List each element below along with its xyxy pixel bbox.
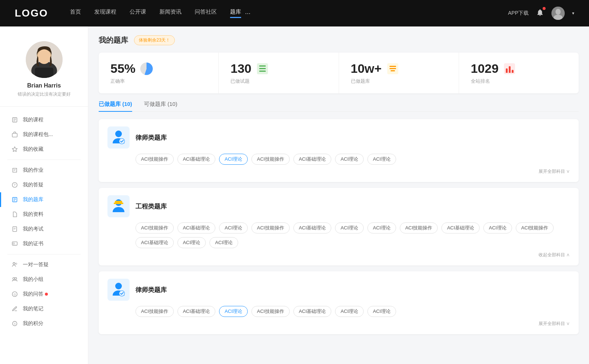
topic-title-lawyer-1: 律师类题库 <box>135 133 167 142</box>
tab-done[interactable]: 已做题库 (10) <box>99 101 132 111</box>
stat-rank-icon <box>503 62 516 75</box>
topic-tag-1-13[interactable]: ACI理论 <box>209 237 238 248</box>
svg-rect-12 <box>12 133 17 137</box>
nav-item-open[interactable]: 公开课 <box>130 8 146 18</box>
topic-tag-1-11[interactable]: ACI基础理论 <box>135 237 174 248</box>
topic-tag-1-6[interactable]: ACI理论 <box>367 222 396 233</box>
stat-accuracy-label: 正确率 <box>110 78 207 85</box>
tab-available[interactable]: 可做题库 (10) <box>144 101 177 111</box>
topic-tag-1-4[interactable]: ACI基础理论 <box>293 222 332 233</box>
sidebar-item-exam[interactable]: 我的考试 <box>0 222 88 236</box>
svg-text:S: S <box>14 322 16 325</box>
svg-text:Q: Q <box>14 293 16 296</box>
topic-tag-1-8[interactable]: ACI基础理论 <box>441 222 480 233</box>
topic-tag-0-3[interactable]: ACI技能操作 <box>251 154 290 165</box>
nav-more[interactable]: ··· <box>245 10 250 17</box>
topic-card-lawyer-2: 律师类题库 ACI技能操作 ACI基础理论 ACI理论 ACI技能操作 ACI基… <box>99 271 579 334</box>
oneone-icon <box>11 261 18 268</box>
topic-title-lawyer-2: 律师类题库 <box>135 286 167 294</box>
nav-item-qa[interactable]: 问答社区 <box>195 8 217 18</box>
svg-point-25 <box>13 243 14 244</box>
sidebar-item-group[interactable]: 我的小组 <box>0 272 88 287</box>
svg-point-6 <box>38 49 51 64</box>
topic-expand-lawyer-2[interactable]: 展开全部科目 ∨ <box>107 321 570 327</box>
user-dropdown-arrow[interactable]: ▾ <box>572 11 574 16</box>
sidebar-divider-1 <box>7 160 81 160</box>
sidebar-profile: Brian Harris 错误的决定比没有决定要好 <box>0 35 88 107</box>
points-icon: S <box>11 320 18 327</box>
sidebar-item-points[interactable]: S 我的积分 <box>0 316 88 331</box>
topic-icon-lawyer-2 <box>107 279 130 301</box>
sidebar-item-cert[interactable]: 我的证书 <box>0 236 88 251</box>
topic-tag-2-1[interactable]: ACI基础理论 <box>177 306 216 317</box>
nav-item-courses[interactable]: 发现课程 <box>94 8 116 18</box>
topic-tag-0-5[interactable]: ACI理论 <box>335 154 364 165</box>
topic-tag-1-0[interactable]: ACI技能操作 <box>135 222 174 233</box>
svg-text:?: ? <box>14 183 15 187</box>
topic-tag-0-1[interactable]: ACI基础理论 <box>177 154 216 165</box>
stat-accuracy-icon <box>140 62 153 75</box>
sidebar-label-course: 我的课程 <box>23 117 43 123</box>
topic-tag-2-6[interactable]: ACI理论 <box>367 306 396 317</box>
notification-bell[interactable] <box>536 8 544 18</box>
stat-accuracy-main: 55% <box>110 61 207 76</box>
cert-icon <box>11 240 18 247</box>
sidebar-item-course[interactable]: 我的课程 <box>0 113 88 127</box>
topic-tag-1-7[interactable]: ACI技能操作 <box>400 222 438 233</box>
bank-icon <box>11 196 18 203</box>
nav-list: 首页 发现课程 公开课 新闻资讯 问答社区 题库 <box>70 8 241 18</box>
svg-point-1 <box>556 9 561 15</box>
sidebar-item-bank[interactable]: 我的题库 <box>0 192 88 207</box>
sidebar-item-homework[interactable]: 我的作业 <box>0 163 88 178</box>
topic-tags-engineer: ACI技能操作 ACI基础理论 ACI理论 ACI技能操作 ACI基础理论 AC… <box>135 222 570 248</box>
topic-tag-2-2[interactable]: ACI理论 <box>219 306 248 317</box>
topic-tag-2-3[interactable]: ACI技能操作 <box>251 306 290 317</box>
star-icon <box>11 146 18 153</box>
stat-done-questions-main: 130 <box>230 61 327 76</box>
topic-tag-1-3[interactable]: ACI技能操作 <box>251 222 290 233</box>
tabs-row: 已做题库 (10) 可做题库 (10) <box>99 101 579 112</box>
sidebar-label-qa: 我的问答 <box>23 291 43 297</box>
file-icon <box>11 211 18 218</box>
qa-icon: Q <box>11 290 18 298</box>
page-title: 我的题库 <box>99 35 128 45</box>
topic-tag-1-2[interactable]: ACI理论 <box>219 222 248 233</box>
nav-item-news[interactable]: 新闻资讯 <box>159 8 181 18</box>
topic-expand-lawyer-1[interactable]: 展开全部科目 ∨ <box>107 168 570 175</box>
app-download[interactable]: APP下载 <box>508 10 529 17</box>
svg-point-34 <box>115 131 122 137</box>
topic-collapse-engineer[interactable]: 收起全部科目 ∧ <box>107 252 570 258</box>
sidebar-item-data[interactable]: 我的资料 <box>0 207 88 222</box>
topic-tag-0-4[interactable]: ACI基础理论 <box>293 154 332 165</box>
topic-tag-2-5[interactable]: ACI理论 <box>335 306 364 317</box>
user-avatar[interactable] <box>551 7 565 20</box>
topic-tag-0-2[interactable]: ACI理论 <box>219 154 248 165</box>
topic-tag-2-0[interactable]: ACI技能操作 <box>135 306 174 317</box>
sidebar-item-package[interactable]: 我的课程包... <box>0 127 88 142</box>
nav-item-home[interactable]: 首页 <box>70 8 81 18</box>
sidebar-label-group: 我的小组 <box>23 276 43 283</box>
stat-done-banks: 10w+ 已做题库 <box>339 53 459 93</box>
sidebar-item-ask[interactable]: ? 我的答疑 <box>0 178 88 192</box>
topic-tag-2-4[interactable]: ACI基础理论 <box>293 306 332 317</box>
topic-tag-1-10[interactable]: ACI技能操作 <box>516 222 554 233</box>
nav-item-bank[interactable]: 题库 <box>230 8 241 18</box>
topic-tag-1-5[interactable]: ACI理论 <box>335 222 364 233</box>
topic-tags-lawyer-1: ACI技能操作 ACI基础理论 ACI理论 ACI技能操作 ACI基础理论 AC… <box>135 154 570 165</box>
topic-tag-1-12[interactable]: ACI理论 <box>177 237 206 248</box>
sidebar-item-favorites[interactable]: 我的收藏 <box>0 142 88 157</box>
topic-tag-1-1[interactable]: ACI基础理论 <box>177 222 216 233</box>
topic-icon-engineer <box>107 195 130 217</box>
group-icon <box>11 276 18 283</box>
topic-title-engineer: 工程类题库 <box>135 202 167 211</box>
topic-tag-0-6[interactable]: ACI理论 <box>367 154 396 165</box>
topic-tag-1-9[interactable]: ACI理论 <box>483 222 512 233</box>
stat-rank-main: 1029 <box>471 61 567 76</box>
logo[interactable]: LOGO <box>15 7 48 19</box>
sidebar-item-oneone[interactable]: 一对一答疑 <box>0 257 88 272</box>
topic-tag-0-0[interactable]: ACI技能操作 <box>135 154 174 165</box>
sidebar-item-notes[interactable]: 我的笔记 <box>0 301 88 316</box>
sidebar-item-qa[interactable]: Q 我的问答 <box>0 287 88 301</box>
user-name: Brian Harris <box>27 82 61 89</box>
profile-avatar[interactable] <box>26 41 63 78</box>
